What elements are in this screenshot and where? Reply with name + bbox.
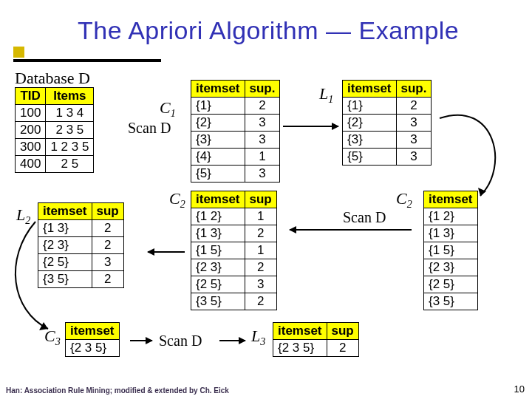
label-c2a: C2 — [169, 189, 185, 211]
table-l3: itemsetsup{2 3 5}2 — [273, 322, 359, 357]
page-number: 10 — [514, 383, 525, 395]
title-underline — [13, 59, 161, 62]
label-c1: C1 — [160, 98, 176, 120]
slide-title: The Apriori Algorithm — Example — [78, 16, 459, 45]
arrow-c3-to-scan — [130, 340, 152, 341]
slide: The Apriori Algorithm — Example Database… — [0, 0, 532, 399]
label-c2b: C2 — [396, 189, 412, 211]
accent-square — [13, 47, 24, 58]
label-database-d: Database D — [15, 69, 90, 88]
table-c3: itemset{2 3 5} — [65, 322, 120, 357]
label-l1: L1 — [319, 84, 333, 106]
arrow-c2a-to-l2 — [148, 251, 185, 253]
arrow-c1-to-l1 — [283, 126, 338, 127]
arrow-l1-to-c2b — [436, 85, 517, 203]
arrow-l2-to-c3 — [7, 214, 59, 340]
table-c2-itemsets: itemset{1 2}{1 3}{1 5}{2 3}{2 5}{3 5} — [423, 191, 478, 310]
footer-text: Han: Association Rule Mining; modified &… — [6, 386, 229, 395]
label-scan-d-2: Scan D — [343, 209, 386, 226]
table-c2-support: itemsetsup{1 2}1{1 3}2{1 5}1{2 3}2{2 5}3… — [191, 191, 277, 310]
arrow-c2b-to-c2a — [290, 229, 412, 231]
label-l3: L3 — [251, 327, 265, 348]
label-scan-d-1: Scan D — [128, 120, 171, 137]
table-l1: itemsetsup.{1}2{2}3{3}3{5}3 — [342, 80, 432, 166]
label-scan-d-3: Scan D — [159, 332, 202, 349]
arrow-scan-to-l3 — [219, 340, 245, 341]
table-c1: itemsetsup.{1}2{2}3{3}3{4}1{5}3 — [191, 80, 280, 183]
table-database-d: TIDItems1001 3 42002 3 53001 2 3 54002 5 — [15, 87, 94, 173]
